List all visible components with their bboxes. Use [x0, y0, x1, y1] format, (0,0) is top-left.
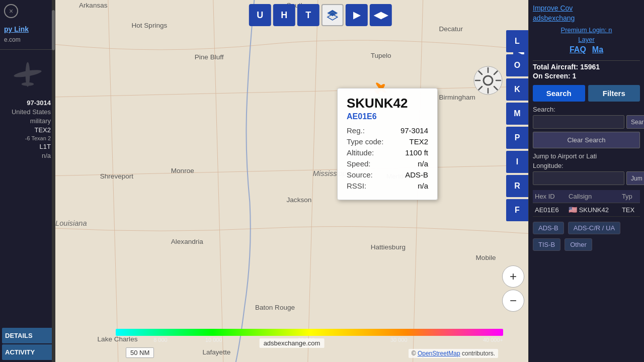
- jump-input[interactable]: [533, 171, 624, 185]
- jump-section: Jump to Airport or Lati Longitude: Jum: [533, 152, 640, 190]
- svg-text:Tupelo: Tupelo: [371, 52, 391, 59]
- callsign-header: Callsign: [567, 190, 620, 203]
- map-area[interactable]: Southaven Hot Springs Decatur Arkansas T…: [55, 0, 528, 362]
- alt-label-30000: 30 000: [390, 337, 408, 343]
- popup-alt-label: Altitude:: [347, 148, 374, 157]
- gear-icon: [473, 65, 503, 96]
- map-zoom-controls: + −: [502, 265, 524, 312]
- map-side-controls: L O K M P I R F: [506, 30, 528, 221]
- svg-text:Lafayette: Lafayette: [202, 348, 230, 356]
- side-btn-p[interactable]: P: [506, 127, 528, 149]
- clear-search-button[interactable]: Clear Search: [533, 132, 640, 148]
- on-screen-value: 1: [573, 72, 577, 80]
- popup-type-value: TEX2: [409, 137, 428, 146]
- filters-tab-button[interactable]: Filters: [588, 85, 640, 102]
- filter-other[interactable]: Other: [565, 238, 592, 251]
- hex-id-header: Hex ID: [533, 190, 567, 203]
- popup-type-label: Type code:: [347, 137, 383, 146]
- left-scroll-thumb: [52, 10, 55, 50]
- copyright-notice: © OpenStreetMap contributors.: [409, 349, 498, 358]
- jump-button[interactable]: Jum: [626, 171, 644, 185]
- aircraft-popup: SKUNK42 AE01E6 Reg.: 97-3014 Type code: …: [337, 88, 438, 200]
- side-btn-m[interactable]: M: [506, 103, 528, 125]
- adsbexchange-link[interactable]: adsbexchang: [533, 14, 640, 22]
- left-details: 97-3014 United States military TEX2 -6 T…: [0, 97, 55, 163]
- side-btn-k[interactable]: K: [506, 78, 528, 101]
- svg-text:Decatur: Decatur: [439, 25, 463, 33]
- search-section: Search: Sear Clear Search: [533, 106, 640, 152]
- filter-tisb[interactable]: TIS-B: [533, 238, 560, 251]
- filter-adsb[interactable]: ADS-B: [533, 222, 564, 234]
- adsbexchange-logo: adsbexchange.com: [260, 338, 325, 348]
- left-detail-country: United States: [4, 108, 51, 116]
- left-divider: [0, 49, 55, 50]
- search-tab-button[interactable]: Search: [533, 85, 585, 102]
- faq-link[interactable]: FAQ: [570, 45, 586, 54]
- site-url: e.com: [0, 35, 55, 47]
- t-button[interactable]: T: [297, 4, 319, 26]
- popup-reg-label: Reg.:: [347, 126, 365, 135]
- arrow-lr-button[interactable]: ◀▶: [370, 4, 392, 26]
- svg-marker-29: [328, 10, 338, 16]
- popup-alt-row: Altitude: 1100 ft: [347, 148, 428, 157]
- popup-rssi-row: RSSI: n/a: [347, 182, 428, 190]
- search-input-row: Sear: [533, 115, 640, 129]
- arrow-right-button[interactable]: ▶: [346, 4, 368, 26]
- h-button[interactable]: H: [273, 4, 295, 26]
- popup-speed-value: n/a: [418, 159, 428, 168]
- map-background: Southaven Hot Springs Decatur Arkansas T…: [55, 0, 528, 362]
- activity-button[interactable]: ACTIVITY: [2, 344, 53, 360]
- map-link[interactable]: Ma: [592, 45, 603, 54]
- search-filter-btns: Search Filters: [533, 85, 640, 102]
- search-label: Search:: [533, 106, 640, 113]
- side-btn-o[interactable]: O: [506, 54, 528, 76]
- layers-button[interactable]: [321, 4, 344, 26]
- popup-source-label: Source:: [347, 170, 373, 179]
- details-button[interactable]: DETAILS: [2, 328, 53, 343]
- premium-login-link[interactable]: Premium Login: n: [533, 26, 640, 34]
- zoom-out-button[interactable]: −: [502, 290, 524, 312]
- close-button[interactable]: ×: [4, 4, 18, 18]
- search-submit-button[interactable]: Sear: [626, 115, 644, 129]
- aircraft-silhouette-icon: [10, 57, 45, 92]
- svg-point-2: [21, 82, 34, 86]
- type-header: Typ: [620, 190, 640, 203]
- zoom-in-button[interactable]: +: [502, 265, 524, 288]
- left-scroll-indicator: [52, 0, 55, 362]
- openstreetmap-link[interactable]: OpenStreetMap: [418, 350, 460, 357]
- svg-text:Louisiana: Louisiana: [55, 219, 87, 227]
- svg-text:Alexandria: Alexandria: [171, 238, 204, 245]
- scale-label: 50 NM: [126, 347, 154, 358]
- popup-rssi-label: RSSI:: [347, 182, 366, 190]
- popup-speed-row: Speed: n/a: [347, 159, 428, 168]
- filter-adsc[interactable]: ADS-C/R / UA: [568, 222, 620, 234]
- left-detail-name: -6 Texan 2: [4, 135, 51, 141]
- total-aircraft-row: Total Aircraft: 15961: [533, 63, 640, 71]
- search-input[interactable]: [533, 115, 624, 129]
- right-panel: Improve Cov adsbexchang Premium Login: n…: [528, 0, 644, 362]
- layer-link[interactable]: Layer: [533, 36, 640, 43]
- settings-button[interactable]: [473, 65, 503, 96]
- on-screen-row: On Screen: 1: [533, 72, 640, 80]
- side-btn-r[interactable]: R: [506, 175, 528, 197]
- altitude-bar: [116, 329, 503, 336]
- left-panel: × py Link e.com 97-3014 United States mi…: [0, 0, 55, 362]
- side-btn-l[interactable]: L: [506, 30, 528, 52]
- improve-coverage-link[interactable]: Improve Cov: [533, 4, 640, 12]
- svg-text:Jackson: Jackson: [287, 196, 312, 204]
- svg-text:Hattiesburg: Hattiesburg: [371, 243, 406, 251]
- side-btn-i[interactable]: I: [506, 151, 528, 173]
- jump-input-row: Jum: [533, 171, 640, 185]
- right-top-links: Improve Cov adsbexchang: [533, 4, 640, 22]
- table-cell-hex: AE01E6: [533, 203, 567, 217]
- side-btn-f[interactable]: F: [506, 199, 528, 221]
- svg-text:Hot Springs: Hot Springs: [131, 22, 167, 29]
- left-bottom-buttons: DETAILS ACTIVITY: [0, 326, 55, 362]
- copyright-text: contributors.: [462, 350, 495, 357]
- popup-reg-value: 97-3014: [400, 126, 428, 135]
- u-button[interactable]: U: [249, 4, 271, 26]
- on-screen-label: On Screen:: [533, 72, 571, 80]
- svg-text:Monroe: Monroe: [171, 167, 194, 174]
- svg-text:Shreveport: Shreveport: [100, 172, 134, 180]
- table-row[interactable]: AE01E6 🇺🇸 SKUNK42 TEX: [533, 203, 640, 217]
